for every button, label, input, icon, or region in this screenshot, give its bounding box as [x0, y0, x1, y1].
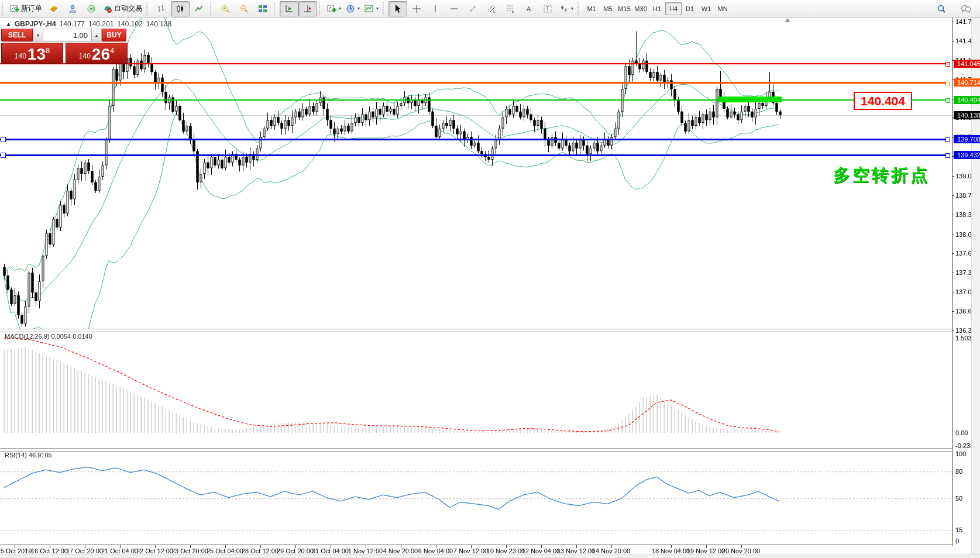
sell-button[interactable]: SELL	[1, 29, 33, 42]
mt4-window: 新订单 自动交易	[0, 0, 980, 558]
volume-input[interactable]	[43, 29, 91, 42]
zoom-out-button[interactable]	[235, 1, 253, 16]
time-axis-label: 21 Oct 04:00	[101, 547, 138, 554]
tile-windows-icon	[258, 4, 267, 13]
horizontal-line-tool-button[interactable]	[445, 1, 463, 16]
buy-price-button[interactable]: 140 26 4	[66, 43, 128, 64]
svg-text:F: F	[512, 11, 514, 13]
hline-price-label: 139.432	[954, 151, 980, 159]
timeframe-mn-button[interactable]: MN	[714, 2, 731, 15]
panel-separator	[0, 544, 952, 546]
equidistant-channel-icon: E	[487, 4, 496, 13]
search-button[interactable]	[932, 1, 951, 16]
price-axis-tick-mark	[952, 311, 954, 312]
horizontal-level-line[interactable]	[0, 63, 949, 64]
timeframe-m15-button[interactable]: M15	[616, 2, 632, 15]
fibonacci-tool-button[interactable]: F	[501, 1, 520, 16]
text-icon: A	[524, 4, 534, 13]
panel-separator[interactable]	[0, 329, 952, 332]
macd-panel-canvas[interactable]	[0, 331, 952, 448]
text-label-tool-button[interactable]: T	[538, 1, 557, 16]
cursor-tool-button[interactable]	[388, 1, 407, 16]
text-label-icon: T	[543, 4, 552, 13]
symbol-header: ▲ GBPJPY-,H4 140.177 140.201 140.102 140…	[6, 20, 171, 28]
line-end-marker	[945, 62, 950, 67]
text-tool-button[interactable]: A	[520, 1, 538, 16]
auto-trading-button[interactable]: 自动交易	[101, 1, 145, 16]
time-axis-label: 20 Nov 20:00	[722, 547, 760, 554]
rsi-axis-tick: 100	[955, 450, 966, 457]
profile-button[interactable]	[63, 1, 82, 16]
time-axis-label: 7 Nov 12:00	[453, 547, 488, 554]
svg-text:T: T	[546, 6, 549, 12]
horizontal-level-line[interactable]	[0, 82, 949, 84]
bars-icon	[157, 4, 166, 13]
auto-trading-label: 自动交易	[114, 4, 142, 13]
add-indicator-button[interactable]: ▾	[325, 1, 343, 16]
line-drag-handle[interactable]	[1, 153, 6, 158]
buy-price-prefix: 140	[79, 52, 91, 60]
toolbar-separator	[274, 2, 278, 15]
main-chart-canvas[interactable]	[0, 18, 952, 331]
line-chart-mode-button[interactable]	[190, 1, 208, 16]
rsi-panel-canvas[interactable]	[0, 450, 952, 545]
price-axis-tick-mark	[952, 273, 954, 273]
templates-button[interactable]: ▾	[362, 1, 381, 16]
price-axis-tick-mark	[952, 253, 954, 254]
timeframe-m30-button[interactable]: M30	[632, 2, 649, 15]
time-axis-label: 6 Nov 04:00	[418, 547, 453, 554]
zoom-in-button[interactable]	[216, 1, 235, 16]
ohlc-close: 140.138	[146, 20, 171, 28]
arrows-tool-button[interactable]: ▾	[557, 1, 576, 16]
timeframe-m5-button[interactable]: M5	[600, 2, 616, 15]
rsi-axis-tick: 0	[955, 538, 959, 545]
periods-button[interactable]: ▾	[343, 1, 362, 16]
time-axis-label: 18 Nov 04:00	[652, 547, 690, 554]
svg-text:A: A	[527, 5, 531, 12]
vertical-line-icon	[431, 4, 440, 13]
crosshair-tool-button[interactable]	[407, 1, 426, 16]
chart-annotation-text[interactable]: 多空转折点	[833, 164, 930, 187]
quotes-button[interactable]	[44, 1, 63, 16]
volume-increase-button[interactable]: ▲	[91, 29, 102, 42]
timeframe-h4-button[interactable]: H4	[665, 2, 682, 15]
trendline-tool-button[interactable]	[463, 1, 482, 16]
auto-scroll-button[interactable]	[280, 1, 298, 16]
status-strip	[0, 554, 980, 558]
sell-price-pips: 13	[27, 47, 46, 62]
candlestick-mode-button[interactable]	[171, 1, 190, 16]
timeframe-w1-button[interactable]: W1	[698, 2, 714, 15]
price-callout[interactable]: 140.404	[854, 92, 912, 110]
chart-shift-button[interactable]	[298, 1, 317, 16]
sell-price-button[interactable]: 140 13 8	[1, 43, 63, 64]
ohlc-high: 140.201	[88, 20, 114, 28]
line-end-marker	[945, 81, 950, 85]
timeframe-h1-button[interactable]: H1	[649, 2, 665, 15]
one-click-trading-panel: SELL ▼ ▲ BUY 140 13 8 140 26 4	[1, 29, 128, 64]
panel-separator[interactable]	[0, 448, 952, 452]
tile-windows-button[interactable]	[253, 1, 272, 16]
chat-button[interactable]	[957, 1, 975, 16]
collapse-panel-icon[interactable]: ▲	[6, 21, 11, 27]
highlight-zone[interactable]	[718, 97, 782, 103]
time-axis-label: 4 Nov 20:00	[383, 547, 418, 554]
ohlc-low: 140.102	[117, 20, 142, 28]
volume-decrease-button[interactable]: ▼	[33, 29, 43, 42]
toolbar-separator	[319, 2, 323, 15]
signals-button[interactable]	[82, 1, 101, 16]
horizontal-level-line[interactable]	[0, 99, 949, 101]
horizontal-level-line[interactable]	[0, 154, 949, 156]
new-order-icon	[10, 4, 19, 13]
new-order-button[interactable]: 新订单	[8, 1, 44, 16]
line-end-marker	[945, 153, 950, 158]
horizontal-level-line[interactable]	[0, 139, 949, 140]
channel-tool-button[interactable]: E	[482, 1, 501, 16]
timeframe-d1-button[interactable]: D1	[682, 2, 698, 15]
bar-chart-mode-button[interactable]	[152, 1, 171, 16]
buy-button[interactable]: BUY	[102, 29, 126, 42]
bid-price-label: 140.138	[954, 111, 980, 119]
vertical-line-tool-button[interactable]	[426, 1, 445, 16]
line-drag-handle[interactable]	[1, 137, 6, 142]
time-axis-label: 19 Nov 12:00	[687, 547, 725, 554]
timeframe-m1-button[interactable]: M1	[583, 2, 600, 15]
